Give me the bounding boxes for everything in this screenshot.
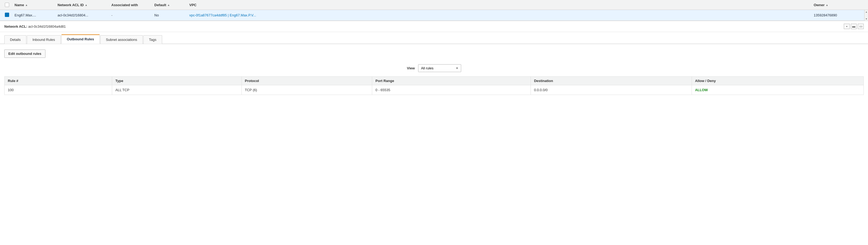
rules-col-protocol: Protocol [242, 76, 372, 85]
checkbox-header [3, 2, 12, 8]
tab-inbound-rules[interactable]: Inbound Rules [27, 35, 61, 44]
rule-protocol-value: TCP (6) [245, 88, 257, 92]
rules-table: Rule # Type Protocol Port Range Destinat… [4, 76, 864, 95]
table-row[interactable]: Eng67.Max.... acl-0c34d1f16804... - No v… [0, 10, 868, 21]
scroll-down-arrow[interactable]: ▼ [865, 17, 868, 21]
view-label: View [407, 66, 415, 70]
row-acl-id-value: acl-0c34d1f16804... [58, 13, 88, 17]
tab-tags-label: Tags [149, 38, 156, 42]
row-cell-default: No [152, 12, 187, 18]
col-header-owner[interactable]: Owner ▲ [811, 2, 865, 8]
col-owner-label: Owner [814, 3, 825, 7]
row-assoc-value: - [111, 13, 113, 17]
view-icon-stack[interactable]: ▬ [851, 24, 857, 29]
col-assoc-label: Associated with [111, 3, 138, 7]
view-icon-full[interactable]: ▭ [858, 24, 864, 29]
row-owner-value: 135928476890 [814, 13, 837, 17]
tab-subnet-associations[interactable]: Subnet associations [100, 35, 143, 44]
tab-details-label: Details [10, 38, 21, 42]
rule-cell-type: ALL TCP [112, 85, 242, 95]
scrollbar-right[interactable]: ▲ ▼ [864, 10, 868, 21]
tab-tags[interactable]: Tags [143, 35, 162, 44]
col-header-assoc[interactable]: Associated with [109, 2, 152, 8]
view-row: View All rules Custom rules Default rule… [4, 64, 864, 72]
view-select[interactable]: All rules Custom rules Default rules [418, 64, 461, 72]
rule-num-value: 100 [8, 88, 14, 92]
rules-col-allow-deny: Allow / Deny [692, 76, 863, 85]
col-vpc-label: VPC [189, 3, 196, 7]
tab-subnet-associations-label: Subnet associations [106, 38, 137, 42]
checkbox-icon [5, 13, 9, 17]
tab-outbound-rules-label: Outbound Rules [67, 37, 94, 41]
row-default-value: No [154, 13, 159, 17]
row-cell-vpc[interactable]: vpc-0f1a87677ca4ddf85 | Eng67.Max.P.V... [187, 12, 811, 18]
rule-cell-allow-deny: ALLOW [692, 85, 863, 95]
rules-col-rule-num: Rule # [5, 76, 112, 85]
rule-destination-value: 0.0.0.0/0 [534, 88, 548, 92]
rules-table-row: 100 ALL TCP TCP (6) 0 - 65535 0.0.0.0/0 … [5, 85, 864, 95]
row-cell-assoc: - [109, 12, 152, 18]
rules-table-header-row: Rule # Type Protocol Port Range Destinat… [5, 76, 864, 85]
col-name-label: Name [14, 3, 24, 7]
row-cell-name: Eng67.Max.... [12, 12, 55, 18]
rule-cell-protocol: TCP (6) [242, 85, 372, 95]
content-area: Edit outbound rules View All rules Custo… [0, 44, 868, 100]
network-acl-label: Network ACL: [4, 25, 27, 29]
network-acl-bar: Network ACL: acl-0c34d1f16804a4d81 ▪ ▬ ▭ [0, 21, 868, 32]
table-scroll-area: Eng67.Max.... acl-0c34d1f16804... - No v… [0, 10, 868, 21]
main-table-header: Name ▲ Network ACL ID ▲ Associated with … [0, 0, 868, 10]
rule-cell-destination: 0.0.0.0/0 [530, 85, 692, 95]
col-owner-sort-icon: ▲ [826, 3, 828, 6]
rule-allow-deny-value: ALLOW [695, 88, 708, 92]
rules-col-port-range: Port Range [372, 76, 531, 85]
row-vpc-link[interactable]: vpc-0f1a87677ca4ddf85 | Eng67.Max.P.V... [189, 13, 256, 17]
network-acl-info: Network ACL: acl-0c34d1f16804a4d81 [4, 25, 66, 29]
row-cell-owner: 135928476890 [811, 12, 865, 18]
col-header-acl-id[interactable]: Network ACL ID ▲ [55, 2, 109, 8]
rule-cell-port-range: 0 - 65535 [372, 85, 531, 95]
tab-details[interactable]: Details [4, 35, 26, 44]
rule-type-value: ALL TCP [115, 88, 129, 92]
col-name-sort-icon: ▲ [25, 3, 28, 6]
edit-outbound-rules-button[interactable]: Edit outbound rules [4, 50, 45, 58]
rules-col-destination: Destination [530, 76, 692, 85]
col-header-name[interactable]: Name ▲ [12, 2, 55, 8]
row-name-value: Eng67.Max.... [14, 13, 36, 17]
view-select-wrapper: All rules Custom rules Default rules [418, 64, 461, 72]
view-icon-split[interactable]: ▪ [844, 24, 850, 29]
row-cell-acl-id: acl-0c34d1f16804... [55, 12, 109, 18]
col-header-vpc[interactable]: VPC [187, 2, 811, 8]
row-checkbox[interactable] [3, 11, 12, 19]
tab-inbound-rules-label: Inbound Rules [33, 38, 55, 42]
col-header-default[interactable]: Default ▲ [152, 2, 187, 8]
rule-port-range-value: 0 - 65535 [375, 88, 390, 92]
col-acl-sort-icon: ▲ [85, 3, 88, 6]
network-acl-id-value: acl-0c34d1f16804a4d81 [28, 25, 66, 29]
tabs-bar: Details Inbound Rules Outbound Rules Sub… [0, 32, 868, 44]
tab-outbound-rules[interactable]: Outbound Rules [61, 34, 100, 44]
col-default-sort-icon: ▲ [167, 3, 170, 6]
col-default-label: Default [154, 3, 166, 7]
view-icons-group: ▪ ▬ ▭ [844, 24, 864, 29]
rule-cell-num: 100 [5, 85, 112, 95]
scroll-up-arrow[interactable]: ▲ [865, 10, 868, 14]
rules-col-type: Type [112, 76, 242, 85]
col-acl-id-label: Network ACL ID [58, 3, 84, 7]
